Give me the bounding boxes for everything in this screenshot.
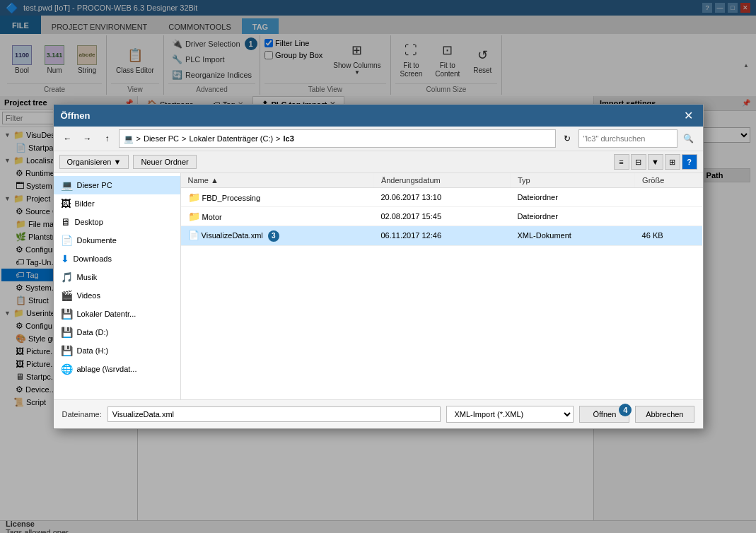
file-size-visualize: 46 KB (635, 226, 702, 246)
nav-dieser-pc[interactable]: 💻 Dieser PC (54, 176, 180, 194)
dialog-search-button[interactable]: 🔍 (680, 130, 697, 147)
file-type-motor: Dateiordner (510, 207, 634, 226)
file-col-name[interactable]: Name ▲ (181, 173, 374, 188)
desktop-icon: 🖥 (61, 216, 71, 228)
file-date-fbd: 20.06.2017 13:10 (373, 188, 510, 207)
dokumente-icon: 📄 (61, 235, 73, 246)
folder-icon-fbd: 📁 (188, 192, 200, 203)
file-date-motor: 02.08.2017 15:45 (373, 207, 510, 226)
file-name-visualize[interactable]: 📄 VisualizeData.xml 3 (181, 226, 374, 246)
data-h-icon: 💾 (61, 345, 73, 356)
file-type-visualize: XML-Dokument (510, 226, 634, 246)
file-row-fbd[interactable]: 📁 FBD_Processing 20.06.2017 13:10 Dateio… (181, 188, 703, 207)
videos-icon: 🎬 (61, 290, 73, 301)
file-table: Name ▲ Änderungsdatum Typ Größe 📁 FBD_Pr… (181, 173, 703, 246)
open-button[interactable]: Öffnen 4 (579, 406, 629, 423)
breadcrumb-lc3[interactable]: lc3 (284, 134, 294, 143)
nav-data-d[interactable]: 💾 Data (D:) (54, 323, 180, 341)
view-toggle: ≡ ⊟ ▼ ⊞ ? (614, 154, 697, 170)
view-list-button[interactable]: ≡ (614, 154, 629, 170)
dialog-bottom: Dateiname: XML-Import (*.XML) Öffnen 4 A… (54, 399, 703, 428)
dialog-search-input[interactable] (578, 129, 678, 148)
breadcrumb-lokaler[interactable]: Lokaler Datenträger (C:) (190, 134, 274, 143)
file-row-visualize[interactable]: 📄 VisualizeData.xml 3 06.11.2017 12:46 X… (181, 226, 703, 246)
nav-bilder[interactable]: 🖼 Bilder (54, 194, 180, 213)
nav-desktop[interactable]: 🖥 Desktop (54, 213, 180, 231)
dialog-nav-sidebar: 💻 Dieser PC 🖼 Bilder 🖥 Desktop 📄 Dokumen… (54, 173, 181, 399)
file-size-fbd (635, 188, 702, 207)
lokaler-icon: 💾 (61, 308, 73, 320)
file-col-date[interactable]: Änderungsdatum (373, 173, 510, 188)
nav-lokaler[interactable]: 💾 Lokaler Datentr... (54, 305, 180, 323)
filetype-select[interactable]: XML-Import (*.XML) (446, 406, 574, 423)
view-options-button[interactable]: ▼ (648, 154, 663, 170)
dialog-close-button[interactable]: ✕ (681, 109, 696, 122)
visualize-badge: 3 (268, 230, 279, 242)
nav-ablage[interactable]: 🌐 ablage (\\srvdat... (54, 360, 180, 378)
file-name-fbd[interactable]: 📁 FBD_Processing (181, 188, 374, 207)
dialog-title-bar: Öffnen ✕ (54, 105, 703, 127)
organize-button[interactable]: Organisieren ▼ (59, 155, 129, 169)
open-badge: 4 (619, 404, 632, 416)
open-file-dialog: Öffnen ✕ ← → ↑ 💻 > Dieser PC > Lokaler D… (53, 104, 704, 429)
dialog-body: 💻 Dieser PC 🖼 Bilder 🖥 Desktop 📄 Dokumen… (54, 173, 703, 399)
dialog-up-button[interactable]: ↑ (99, 130, 116, 147)
new-folder-button[interactable]: Neuer Ordner (133, 155, 196, 169)
file-icon-visualize: 📄 (188, 230, 199, 240)
file-name-motor[interactable]: 📁 Motor (181, 207, 374, 226)
cancel-button[interactable]: Abbrechen (635, 406, 694, 423)
nav-musik[interactable]: 🎵 Musik (54, 268, 180, 286)
ablage-icon: 🌐 (61, 363, 73, 375)
dialog-actions-bar: Organisieren ▼ Neuer Ordner ≡ ⊟ ▼ ⊞ ? (54, 151, 703, 173)
breadcrumb-computer-icon: 💻 (124, 134, 134, 144)
file-list: Name ▲ Änderungsdatum Typ Größe 📁 FBD_Pr… (181, 173, 703, 399)
file-size-motor (635, 207, 702, 226)
file-type-fbd: Dateiordner (510, 188, 634, 207)
file-col-type[interactable]: Typ (510, 173, 634, 188)
file-col-size[interactable]: Größe (635, 173, 702, 188)
folder-icon-motor: 📁 (188, 211, 200, 222)
downloads-icon: ⬇ (61, 253, 69, 264)
nav-downloads[interactable]: ⬇ Downloads (54, 250, 180, 268)
dieser-pc-icon: 💻 (61, 180, 73, 191)
dialog-toolbar: ← → ↑ 💻 > Dieser PC > Lokaler Datenträge… (54, 127, 703, 151)
dialog-back-button[interactable]: ← (59, 130, 76, 147)
dialog-breadcrumb[interactable]: 💻 > Dieser PC > Lokaler Datenträger (C:)… (119, 129, 556, 148)
dialog-refresh-button[interactable]: ↻ (559, 130, 576, 147)
dialog-main-area: Name ▲ Änderungsdatum Typ Größe 📁 FBD_Pr… (181, 173, 703, 399)
breadcrumb-dieser-pc[interactable]: Dieser PC (144, 134, 179, 143)
dialog-overlay: Öffnen ✕ ← → ↑ 💻 > Dieser PC > Lokaler D… (0, 0, 756, 533)
filename-input[interactable] (107, 406, 441, 422)
nav-data-h[interactable]: 💾 Data (H:) (54, 341, 180, 360)
nav-videos[interactable]: 🎬 Videos (54, 286, 180, 305)
file-date-visualize: 06.11.2017 12:46 (373, 226, 510, 246)
data-d-icon: 💾 (61, 327, 73, 338)
musik-icon: 🎵 (61, 271, 73, 283)
filename-label: Dateiname: (62, 410, 102, 418)
dialog-title: Öffnen (61, 110, 91, 121)
help-dialog-button[interactable]: ? (682, 154, 697, 170)
view-pane-button[interactable]: ⊞ (665, 154, 680, 170)
bilder-icon: 🖼 (61, 198, 71, 209)
dialog-forward-button[interactable]: → (79, 130, 96, 147)
nav-dokumente[interactable]: 📄 Dokumente (54, 231, 180, 250)
file-row-motor[interactable]: 📁 Motor 02.08.2017 15:45 Dateiordner (181, 207, 703, 226)
view-details-button[interactable]: ⊟ (631, 154, 646, 170)
